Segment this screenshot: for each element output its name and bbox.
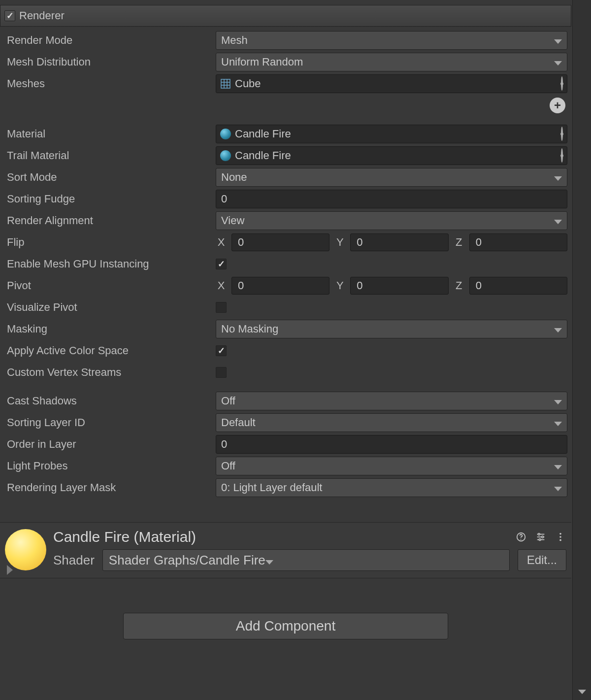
svg-point-12 bbox=[539, 539, 541, 541]
mesh-distribution-label: Mesh Distribution bbox=[4, 56, 216, 68]
edit-shader-button[interactable]: Edit... bbox=[518, 549, 566, 571]
axis-x-label: X bbox=[216, 236, 227, 249]
sorting-layer-id-dropdown[interactable]: Default bbox=[216, 413, 567, 432]
pivot-z-input[interactable]: 0 bbox=[469, 277, 567, 295]
sort-mode-dropdown[interactable]: None bbox=[216, 168, 567, 187]
material-field[interactable]: Candle Fire bbox=[216, 125, 567, 143]
rendering-layer-mask-label: Rendering Layer Mask bbox=[4, 481, 216, 494]
mesh-grid-icon bbox=[220, 78, 231, 89]
axis-y-label: Y bbox=[334, 279, 345, 292]
svg-rect-0 bbox=[221, 79, 230, 88]
masking-dropdown[interactable]: No Masking bbox=[216, 320, 567, 338]
flip-z-input[interactable]: 0 bbox=[469, 233, 567, 251]
pivot-label: Pivot bbox=[4, 279, 216, 292]
visualize-pivot-label: Visualize Pivot bbox=[4, 301, 216, 314]
chevron-down-icon bbox=[554, 328, 562, 333]
custom-vertex-streams-label: Custom Vertex Streams bbox=[4, 366, 216, 379]
light-probes-value: Off bbox=[221, 460, 235, 472]
object-picker-icon[interactable] bbox=[561, 76, 563, 91]
kebab-menu-icon[interactable] bbox=[555, 531, 566, 543]
object-picker-icon[interactable] bbox=[561, 127, 563, 141]
cast-shadows-value: Off bbox=[221, 395, 235, 407]
render-alignment-dropdown[interactable]: View bbox=[216, 211, 567, 230]
light-probes-dropdown[interactable]: Off bbox=[216, 457, 567, 475]
renderer-section-header[interactable]: Renderer bbox=[0, 5, 571, 27]
renderer-section-title: Renderer bbox=[19, 9, 65, 22]
chevron-down-icon bbox=[554, 61, 562, 66]
apply-color-space-label: Apply Active Color Space bbox=[4, 344, 216, 357]
trail-material-value: Candle Fire bbox=[235, 149, 291, 162]
chevron-down-icon bbox=[554, 176, 562, 181]
settings-sliders-icon[interactable] bbox=[535, 531, 547, 543]
rendering-layer-mask-value: 0: Light Layer default bbox=[221, 481, 322, 494]
sorting-fudge-input[interactable]: 0 bbox=[216, 190, 567, 208]
trail-material-label: Trail Material bbox=[4, 149, 216, 162]
svg-point-14 bbox=[559, 536, 561, 538]
material-preview-sphere bbox=[5, 529, 46, 570]
expand-arrow-icon[interactable] bbox=[7, 565, 13, 575]
chevron-down-icon bbox=[265, 560, 273, 565]
svg-point-11 bbox=[542, 536, 544, 538]
shader-label: Shader bbox=[53, 553, 95, 568]
meshes-value: Cube bbox=[235, 77, 261, 90]
shader-value: Shader Graphs/Candle Fire bbox=[109, 553, 265, 568]
svg-point-15 bbox=[559, 539, 561, 541]
material-title: Candle Fire (Material) bbox=[53, 529, 196, 545]
pivot-y-input[interactable]: 0 bbox=[350, 277, 448, 295]
rendering-layer-mask-dropdown[interactable]: 0: Light Layer default bbox=[216, 478, 567, 497]
sorting-layer-id-value: Default bbox=[221, 416, 256, 429]
material-inspector: Candle Fire (Material) Shad bbox=[0, 522, 571, 578]
axis-z-label: Z bbox=[454, 236, 464, 249]
add-mesh-button[interactable]: + bbox=[550, 98, 565, 113]
material-value: Candle Fire bbox=[235, 128, 291, 140]
masking-value: No Masking bbox=[221, 323, 278, 335]
axis-x-label: X bbox=[216, 279, 227, 292]
add-component-button[interactable]: Add Component bbox=[123, 613, 448, 639]
custom-vertex-streams-checkbox[interactable] bbox=[216, 367, 227, 378]
enable-gpu-checkbox[interactable] bbox=[216, 259, 227, 269]
axis-z-label: Z bbox=[454, 279, 464, 292]
svg-point-6 bbox=[521, 539, 522, 540]
axis-y-label: Y bbox=[334, 236, 345, 249]
scroll-down-icon[interactable] bbox=[578, 690, 586, 694]
sort-mode-label: Sort Mode bbox=[4, 171, 216, 184]
masking-label: Masking bbox=[4, 323, 216, 335]
trail-material-field[interactable]: Candle Fire bbox=[216, 146, 567, 165]
sorting-fudge-label: Sorting Fudge bbox=[4, 193, 216, 205]
chevron-down-icon bbox=[554, 220, 562, 224]
svg-point-13 bbox=[559, 533, 561, 535]
order-in-layer-input[interactable]: 0 bbox=[216, 435, 567, 454]
sorting-layer-id-label: Sorting Layer ID bbox=[4, 416, 216, 429]
pivot-x-input[interactable]: 0 bbox=[231, 277, 329, 295]
material-icon bbox=[220, 129, 231, 139]
sort-mode-value: None bbox=[221, 171, 247, 184]
visualize-pivot-checkbox[interactable] bbox=[216, 302, 227, 313]
mesh-distribution-dropdown[interactable]: Uniform Random bbox=[216, 53, 567, 71]
material-icon bbox=[220, 150, 231, 161]
cast-shadows-label: Cast Shadows bbox=[4, 395, 216, 407]
flip-y-input[interactable]: 0 bbox=[350, 233, 448, 251]
mesh-distribution-value: Uniform Random bbox=[221, 56, 303, 68]
render-mode-dropdown[interactable]: Mesh bbox=[216, 31, 567, 50]
chevron-down-icon bbox=[554, 39, 562, 44]
meshes-label: Meshes bbox=[4, 77, 216, 90]
chevron-down-icon bbox=[554, 422, 562, 426]
chevron-down-icon bbox=[554, 487, 562, 491]
light-probes-label: Light Probes bbox=[4, 460, 216, 472]
vertical-scrollbar[interactable] bbox=[572, 0, 591, 700]
flip-x-input[interactable]: 0 bbox=[231, 233, 329, 251]
help-icon[interactable] bbox=[515, 531, 527, 543]
render-alignment-label: Render Alignment bbox=[4, 214, 216, 227]
render-mode-value: Mesh bbox=[221, 34, 248, 47]
chevron-down-icon bbox=[554, 465, 562, 469]
flip-label: Flip bbox=[4, 236, 216, 249]
svg-point-10 bbox=[538, 533, 540, 535]
apply-color-space-checkbox[interactable] bbox=[216, 345, 227, 356]
renderer-enabled-checkbox[interactable] bbox=[4, 10, 15, 21]
object-picker-icon[interactable] bbox=[561, 148, 563, 163]
shader-dropdown[interactable]: Shader Graphs/Candle Fire bbox=[102, 549, 510, 571]
chevron-down-icon bbox=[554, 400, 562, 404]
enable-gpu-label: Enable Mesh GPU Instancing bbox=[4, 258, 216, 270]
cast-shadows-dropdown[interactable]: Off bbox=[216, 392, 567, 410]
meshes-field[interactable]: Cube bbox=[216, 74, 567, 93]
